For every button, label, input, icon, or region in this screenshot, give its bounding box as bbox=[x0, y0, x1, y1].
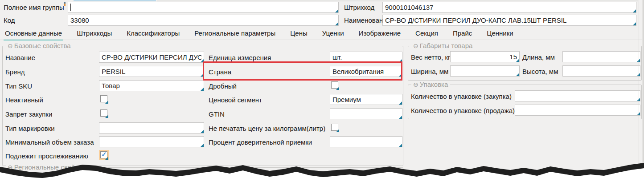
qty-purchase-label: Количество в упаковке (закупка) bbox=[411, 93, 512, 100]
window-edge-line bbox=[639, 0, 639, 178]
tab-prices[interactable]: Цены bbox=[289, 28, 309, 41]
collapse-icon[interactable]: ⊖ bbox=[8, 42, 13, 49]
barcode-label: Штрихкод bbox=[344, 4, 374, 11]
collapse-icon[interactable]: ⊖ bbox=[413, 42, 418, 49]
min-order-field[interactable] bbox=[99, 136, 204, 147]
tabbar-divider bbox=[0, 40, 644, 40]
qty-sale-field[interactable] bbox=[515, 105, 640, 116]
no-price-per-kg-checkbox[interactable] bbox=[330, 122, 340, 133]
length-input[interactable] bbox=[562, 51, 640, 62]
code-input[interactable] bbox=[68, 15, 339, 26]
tab-regional-params[interactable]: Региональные параметры bbox=[193, 28, 277, 41]
product-name-input[interactable] bbox=[382, 15, 636, 26]
top-cut-strip-blue bbox=[74, 0, 156, 1]
full-group-name-input[interactable] bbox=[68, 2, 339, 13]
brand-input[interactable] bbox=[99, 66, 204, 77]
trust-accept-field[interactable] bbox=[330, 136, 402, 147]
barcode-field[interactable] bbox=[382, 2, 636, 13]
torn-edge bbox=[0, 158, 644, 178]
country-field[interactable] bbox=[330, 66, 402, 77]
gtin-field[interactable] bbox=[330, 108, 402, 119]
group-title: Базовые свойства bbox=[14, 42, 71, 49]
dogear-icon bbox=[105, 101, 108, 104]
tab-price-tags[interactable]: Ценники bbox=[485, 28, 514, 41]
unit-label: Единица измерения bbox=[209, 54, 271, 61]
tab-main-data[interactable]: Основные данные bbox=[4, 28, 63, 41]
height-field[interactable] bbox=[562, 65, 640, 77]
height-label: Высота, мм bbox=[522, 68, 558, 75]
gtin-label: GTIN bbox=[209, 110, 225, 118]
unit-field[interactable] bbox=[330, 52, 402, 63]
marking-type-input[interactable] bbox=[99, 122, 204, 134]
country-input[interactable] bbox=[330, 66, 402, 77]
tab-pricelist[interactable]: Прайс bbox=[451, 28, 473, 41]
brand-field[interactable] bbox=[99, 66, 204, 77]
dogear-icon bbox=[399, 59, 402, 62]
no-price-per-kg-label: Не печатать цену за килограмм(литр) bbox=[209, 125, 325, 132]
inactive-label: Неактивный bbox=[5, 96, 43, 104]
trust-accept-input[interactable] bbox=[330, 136, 402, 147]
collapse-icon[interactable]: ⊖ bbox=[413, 81, 418, 88]
sku-type-input[interactable] bbox=[99, 80, 204, 91]
height-input[interactable] bbox=[562, 65, 640, 77]
marking-type-label: Тип маркировки bbox=[5, 125, 55, 132]
purchase-ban-checkbox[interactable] bbox=[99, 108, 109, 118]
dogear-icon bbox=[335, 9, 338, 12]
fractional-label: Дробный bbox=[209, 82, 237, 90]
price-segment-label: Ценовой сегмент bbox=[209, 96, 262, 104]
tab-section[interactable]: Секция bbox=[414, 28, 439, 41]
dogear-icon bbox=[335, 22, 338, 25]
dogear-icon bbox=[201, 130, 204, 133]
length-field[interactable] bbox=[562, 51, 640, 62]
price-segment-field[interactable] bbox=[330, 94, 402, 105]
code-label: Код bbox=[4, 16, 15, 24]
purchase-ban-label: Запрет закупки bbox=[5, 110, 52, 118]
text-cursor bbox=[70, 4, 71, 11]
dogear-icon bbox=[399, 116, 402, 119]
name-input[interactable] bbox=[99, 52, 204, 63]
net-weight-input[interactable] bbox=[450, 51, 520, 62]
dogear-icon bbox=[201, 59, 204, 62]
width-input[interactable] bbox=[450, 65, 520, 77]
name-field[interactable] bbox=[99, 52, 204, 63]
tab-classifiers[interactable]: Классификаторы bbox=[125, 28, 181, 41]
tab-image[interactable]: Изображение bbox=[357, 28, 402, 41]
width-field[interactable] bbox=[450, 65, 520, 77]
group-basic-properties: ⊖ Базовые свойства bbox=[2, 46, 403, 166]
qty-sale-label: Количество в упаковке (продажа) bbox=[411, 107, 515, 114]
min-order-input[interactable] bbox=[99, 136, 204, 147]
dogear-icon bbox=[399, 101, 402, 105]
full-group-name-label: Полное имя группы bbox=[4, 4, 64, 11]
width-label: Ширина, мм bbox=[411, 68, 448, 75]
group-packaging-legend: ⊖ Упаковка bbox=[411, 81, 450, 88]
marking-type-field[interactable] bbox=[99, 122, 204, 134]
qty-purchase-input[interactable] bbox=[515, 90, 640, 101]
code-field[interactable] bbox=[68, 15, 339, 26]
barcode-input[interactable] bbox=[382, 2, 636, 13]
dogear-icon bbox=[336, 87, 339, 90]
inactive-checkbox[interactable] bbox=[99, 94, 109, 104]
fractional-checkbox[interactable] bbox=[330, 80, 340, 90]
tab-markdowns[interactable]: Уценки bbox=[321, 28, 345, 41]
unit-input[interactable] bbox=[330, 52, 402, 63]
length-label: Длина, мм bbox=[522, 53, 555, 61]
group-dimensions-legend: ⊖ Габариты товара bbox=[411, 42, 474, 49]
tab-bar: Основные данные Штрихкоды Классификаторы… bbox=[4, 28, 515, 41]
tab-barcodes[interactable]: Штрихкоды bbox=[75, 28, 113, 41]
qty-purchase-field[interactable] bbox=[515, 90, 640, 101]
price-segment-input[interactable] bbox=[330, 94, 402, 105]
trust-accept-label: Процент доверительной приемки bbox=[209, 138, 312, 146]
sku-type-field[interactable] bbox=[99, 80, 204, 91]
dogear-icon bbox=[399, 144, 402, 147]
net-weight-field[interactable] bbox=[450, 51, 520, 62]
dogear-icon bbox=[516, 59, 519, 62]
top-cut-strip-grey bbox=[157, 0, 638, 1]
sku-type-label: Тип SKU bbox=[5, 82, 32, 90]
country-label: Страна bbox=[209, 68, 231, 76]
group-title: Габариты товара bbox=[420, 42, 473, 49]
gtin-input[interactable] bbox=[330, 108, 402, 119]
dogear-icon bbox=[633, 9, 636, 12]
qty-sale-input[interactable] bbox=[515, 105, 640, 116]
product-name-field[interactable] bbox=[382, 15, 636, 26]
full-group-name-field[interactable] bbox=[68, 2, 339, 13]
